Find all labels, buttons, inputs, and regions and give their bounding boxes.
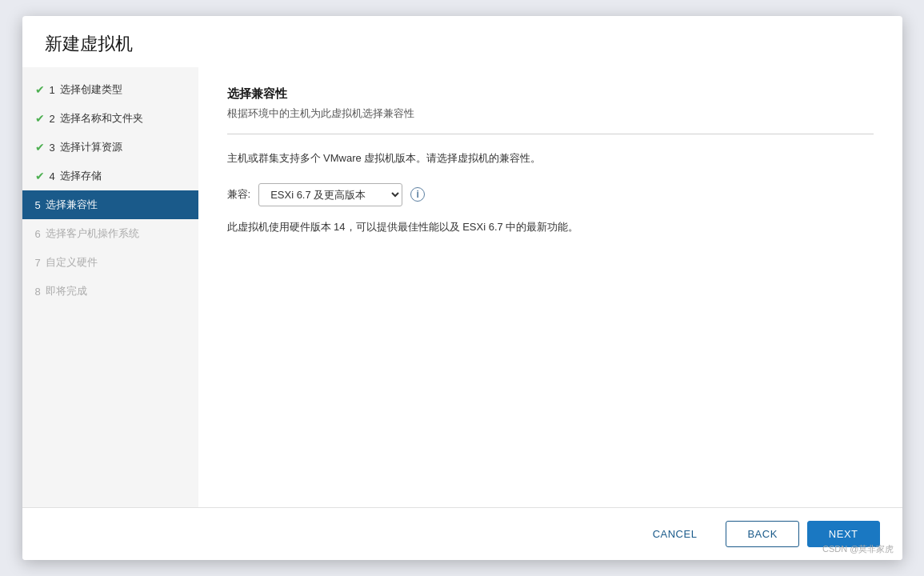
step2-label: 2: [50, 113, 55, 125]
compat-label: 兼容:: [227, 187, 251, 202]
section-subtitle: 根据环境中的主机为此虚拟机选择兼容性: [227, 106, 874, 121]
sidebar-item-step8: 8 即将完成: [22, 277, 198, 306]
compat-desc: 此虚拟机使用硬件版本 14，可以提供最佳性能以及 ESXi 6.7 中的最新功能…: [227, 219, 874, 236]
new-vm-dialog: 新建虚拟机 ✔ 1 选择创建类型 ✔ 2 选择名称和文件夹 ✔ 3 选择计算资源…: [22, 16, 902, 560]
dialog-title: 新建虚拟机: [45, 32, 880, 56]
sidebar-item-step4[interactable]: ✔ 4 选择存储: [22, 162, 198, 190]
compat-select[interactable]: ESXi 6.7 及更高版本 ESXi 6.5 及更高版本 ESXi 6.0 及…: [258, 183, 402, 206]
back-button[interactable]: BACK: [726, 521, 798, 547]
compat-row: 兼容: ESXi 6.7 及更高版本 ESXi 6.5 及更高版本 ESXi 6…: [227, 183, 874, 206]
section-title: 选择兼容性: [227, 86, 874, 102]
step4-label: 4: [50, 170, 55, 182]
step5-num: 5: [35, 199, 41, 211]
sidebar-item-step7: 7 自定义硬件: [22, 248, 198, 277]
check-icon-step2: ✔: [35, 112, 45, 125]
step3-text: 选择计算资源: [60, 140, 122, 154]
step6-text: 选择客户机操作系统: [46, 226, 139, 241]
sidebar-item-step3[interactable]: ✔ 3 选择计算资源: [22, 133, 198, 162]
step4-text: 选择存储: [60, 169, 102, 183]
dialog-body: ✔ 1 选择创建类型 ✔ 2 选择名称和文件夹 ✔ 3 选择计算资源 ✔ 4 选…: [22, 67, 902, 507]
step1-label: 1: [50, 84, 55, 96]
cancel-button[interactable]: CANCEL: [632, 522, 718, 546]
check-icon-step3: ✔: [35, 141, 45, 154]
step1-text: 选择创建类型: [60, 82, 122, 97]
step7-num: 7: [35, 257, 41, 269]
step6-num: 6: [35, 228, 41, 240]
check-icon-step1: ✔: [35, 83, 45, 96]
sidebar: ✔ 1 选择创建类型 ✔ 2 选择名称和文件夹 ✔ 3 选择计算资源 ✔ 4 选…: [22, 67, 198, 507]
check-icon-step4: ✔: [35, 170, 45, 182]
step8-text: 即将完成: [46, 284, 87, 298]
main-content: 选择兼容性 根据环境中的主机为此虚拟机选择兼容性 主机或群集支持多个 VMwar…: [198, 67, 902, 507]
sidebar-item-step5[interactable]: 5 选择兼容性: [22, 190, 198, 219]
watermark: CSDN @莫非家虎: [822, 543, 894, 555]
step7-text: 自定义硬件: [46, 255, 98, 270]
sidebar-item-step2[interactable]: ✔ 2 选择名称和文件夹: [22, 104, 198, 133]
step3-label: 3: [50, 142, 55, 154]
step2-text: 选择名称和文件夹: [60, 111, 143, 126]
step5-text: 选择兼容性: [46, 198, 98, 212]
info-icon: i: [410, 187, 425, 202]
dialog-header: 新建虚拟机: [22, 16, 902, 67]
dialog-footer: CANCEL BACK NEXT: [22, 507, 902, 560]
step8-num: 8: [35, 286, 41, 298]
desc-text: 主机或群集支持多个 VMware 虚拟机版本。请选择虚拟机的兼容性。: [227, 150, 874, 167]
sidebar-item-step1[interactable]: ✔ 1 选择创建类型: [22, 75, 198, 104]
sidebar-item-step6: 6 选择客户机操作系统: [22, 219, 198, 248]
divider: [227, 134, 874, 134]
